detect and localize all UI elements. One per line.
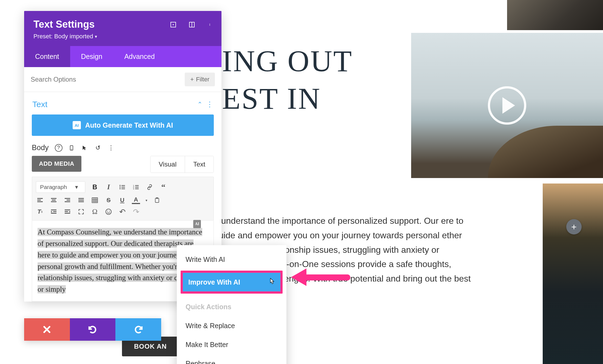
tab-design[interactable]: Design xyxy=(70,46,113,67)
svg-rect-41 xyxy=(53,211,56,212)
undo-toolbar-icon[interactable]: ↶ xyxy=(118,208,126,216)
split-view-icon[interactable] xyxy=(188,21,196,28)
undo-button[interactable] xyxy=(70,318,116,341)
svg-rect-28 xyxy=(67,200,70,200)
underline-icon[interactable]: U xyxy=(118,196,126,204)
plus-icon: + xyxy=(190,76,194,83)
indent-icon[interactable] xyxy=(50,208,58,216)
more-icon[interactable] xyxy=(207,21,214,28)
svg-rect-26 xyxy=(51,201,56,202)
play-icon[interactable] xyxy=(488,86,526,125)
text-color-icon[interactable]: A xyxy=(132,196,140,204)
svg-point-4 xyxy=(210,24,210,24)
redo-button[interactable] xyxy=(115,318,161,341)
page-heading: ING OUT EST IN xyxy=(222,44,353,116)
tab-content[interactable]: Content xyxy=(24,46,70,67)
page-heading-line2: EST IN xyxy=(222,81,353,116)
pointer-cursor-icon xyxy=(269,278,275,286)
align-center-icon[interactable] xyxy=(50,196,58,204)
quote-icon[interactable]: “ xyxy=(159,183,167,191)
svg-rect-29 xyxy=(65,201,70,202)
text-section-title[interactable]: Text xyxy=(32,100,47,109)
preset-dropdown[interactable]: Preset: Body imported ▾ xyxy=(33,33,212,40)
wysiwyg-toolbar: Paragraph ▾ B I 123 “ xyxy=(32,177,214,220)
ctx-quick-actions-heading: Quick Actions xyxy=(177,295,286,316)
help-icon[interactable]: ? xyxy=(55,144,62,152)
ai-context-menu: Write With AI Improve With AI Quick Acti… xyxy=(177,245,286,364)
bg-image-bottom xyxy=(543,184,603,364)
fullscreen-icon[interactable] xyxy=(77,208,85,216)
bg-image-top xyxy=(507,0,603,30)
svg-rect-20 xyxy=(135,188,139,189)
svg-point-8 xyxy=(71,149,72,150)
outdent-icon[interactable] xyxy=(63,208,72,216)
svg-rect-45 xyxy=(65,213,70,214)
ctx-write-with-ai[interactable]: Write With AI xyxy=(177,250,286,269)
ctx-improve-highlight-outline: Improve With AI xyxy=(181,271,283,294)
editor-tab-visual[interactable]: Visual xyxy=(150,156,185,173)
panel-tabs: Content Design Advanced xyxy=(24,46,221,67)
redo-toolbar-icon[interactable]: ↷ xyxy=(132,208,140,216)
clear-format-icon[interactable]: Tx xyxy=(36,208,44,216)
tab-advanced[interactable]: Advanced xyxy=(113,46,166,67)
link-icon[interactable] xyxy=(146,183,154,191)
mobile-icon[interactable] xyxy=(67,144,76,152)
add-element-fab[interactable]: + xyxy=(566,219,582,234)
svg-point-46 xyxy=(106,209,111,214)
svg-point-6 xyxy=(210,25,210,26)
ctx-improve-with-ai[interactable]: Improve With AI xyxy=(183,273,280,291)
add-media-button[interactable]: ADD MEDIA xyxy=(32,156,81,172)
table-icon[interactable] xyxy=(91,196,99,204)
search-options-input[interactable] xyxy=(31,76,185,83)
bold-icon[interactable]: B xyxy=(91,183,99,191)
ctx-make-better[interactable]: Make It Better xyxy=(177,335,286,354)
caret-down-icon[interactable]: ▾ xyxy=(146,198,147,202)
svg-rect-16 xyxy=(135,185,139,186)
strikethrough-icon[interactable]: S xyxy=(104,196,113,204)
cancel-button[interactable] xyxy=(24,318,70,341)
editor-tab-text[interactable]: Text xyxy=(185,156,214,173)
auto-generate-ai-button[interactable]: AI Auto Generate Text With AI xyxy=(32,114,214,136)
svg-rect-18 xyxy=(135,187,139,188)
caret-down-icon: ▾ xyxy=(75,184,78,190)
ai-floating-badge[interactable]: AI xyxy=(193,220,201,228)
caret-down-icon: ▾ xyxy=(95,34,97,39)
special-char-icon[interactable]: Ω xyxy=(91,208,99,216)
ordered-list-icon[interactable]: 123 xyxy=(132,183,140,191)
svg-text:3: 3 xyxy=(133,188,134,190)
svg-point-48 xyxy=(109,211,110,212)
svg-rect-23 xyxy=(37,201,43,202)
paste-icon[interactable] xyxy=(153,196,161,204)
collapse-icon[interactable]: ⌃ xyxy=(197,101,202,108)
align-right-icon[interactable] xyxy=(63,196,72,204)
paragraph-select-label: Paragraph xyxy=(40,184,67,190)
svg-rect-14 xyxy=(121,188,125,189)
editor-mode-tabs: Visual Text xyxy=(150,156,214,173)
expand-icon[interactable] xyxy=(169,21,177,28)
svg-point-5 xyxy=(210,24,210,25)
svg-point-1 xyxy=(173,24,174,25)
paragraph-format-select[interactable]: Paragraph ▾ xyxy=(36,181,85,193)
section-more-icon[interactable]: ⋮ xyxy=(206,100,213,109)
svg-point-47 xyxy=(107,211,108,212)
svg-rect-43 xyxy=(65,210,70,210)
svg-rect-39 xyxy=(156,197,158,199)
panel-action-bar xyxy=(24,318,161,341)
align-left-icon[interactable] xyxy=(36,196,44,204)
filter-button[interactable]: + Filter xyxy=(185,73,215,86)
hover-cursor-icon[interactable] xyxy=(81,144,89,152)
ctx-write-replace[interactable]: Write & Replace xyxy=(177,316,286,335)
svg-rect-12 xyxy=(121,187,125,188)
body-more-icon[interactable]: ⋮ xyxy=(107,144,115,152)
bullet-list-icon[interactable] xyxy=(118,183,126,191)
emoji-icon[interactable] xyxy=(104,208,113,216)
align-justify-icon[interactable] xyxy=(77,196,85,204)
hero-image-foreground xyxy=(488,126,603,178)
italic-icon[interactable]: I xyxy=(104,183,113,191)
reset-icon[interactable]: ↺ xyxy=(94,144,102,152)
preset-label: Preset: Body imported xyxy=(33,33,93,40)
body-label: Body xyxy=(32,144,49,152)
hero-video-thumbnail[interactable] xyxy=(411,33,603,178)
ctx-rephrase[interactable]: Rephrase xyxy=(177,354,286,364)
svg-point-11 xyxy=(120,187,121,188)
